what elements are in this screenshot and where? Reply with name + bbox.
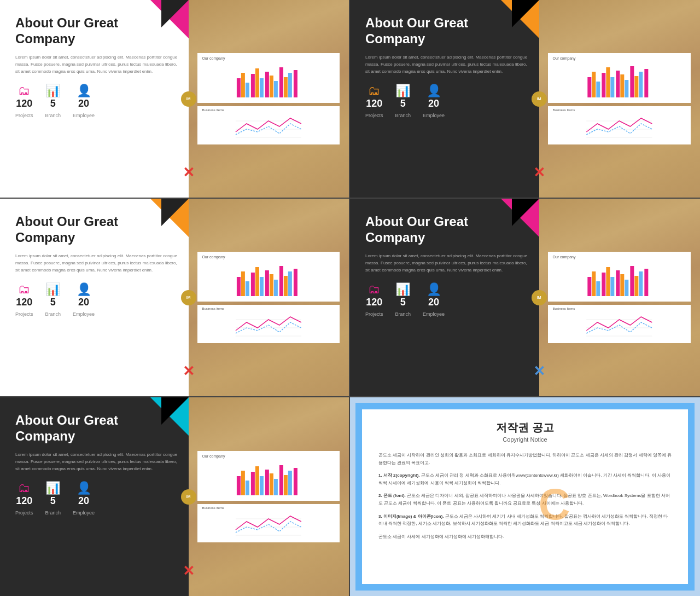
svg-rect-17 — [592, 72, 596, 97]
gold-circle-5: IM — [181, 489, 196, 505]
svg-rect-52 — [606, 267, 610, 296]
cell-2-2: About Our Great Company Lorem ipsum dolo… — [350, 199, 700, 397]
stat-branch-2: 📊 5 Branch — [395, 84, 411, 119]
stat-projects: 🗂 120 Projects — [15, 84, 33, 119]
employee-icon-5: 👤 — [73, 481, 95, 495]
svg-rect-65 — [241, 471, 245, 495]
branch-value-5: 5 — [45, 495, 61, 507]
svg-rect-22 — [616, 71, 620, 97]
svg-rect-34 — [246, 281, 249, 296]
svg-rect-56 — [625, 280, 629, 296]
svg-rect-58 — [635, 276, 639, 296]
bar-chart-container-2: Our company — [548, 53, 691, 103]
stat-employee-3: 👤 20 Employee — [73, 282, 95, 318]
card-5-stats: 🗂 120 Projects 📊 5 Branch 👤 20 Employee — [15, 481, 178, 517]
svg-rect-67 — [251, 472, 255, 495]
projects-icon: 🗂 — [15, 84, 33, 98]
projects-value-5: 120 — [15, 495, 33, 507]
cell-1-1: About Our Great Company Lorem ipsum dolo… — [0, 0, 350, 199]
svg-rect-66 — [246, 481, 249, 495]
chart-area-5: Our company Busin — [189, 397, 349, 596]
employee-icon-3: 👤 — [73, 282, 95, 297]
svg-rect-55 — [621, 274, 625, 296]
card-light-2: About Our Great Company Lorem ipsum dolo… — [0, 199, 189, 396]
copyright-footer: 곤도소 세금이 사세에 세기성화에 세기성화에 세기성화해합니다. — [378, 533, 672, 541]
chart-area-4: Our company Busin — [539, 199, 700, 396]
branch-value-3: 5 — [45, 297, 61, 308]
card-3-body: Lorem ipsum dolor sit amet, consectetuer… — [15, 252, 178, 274]
section-1-heading: 1. 서작 2(copyright). — [378, 473, 420, 478]
card-3-stats: 🗂 120 Projects 📊 5 Branch 👤 20 Employee — [15, 282, 178, 318]
branch-icon-4: 📊 — [395, 282, 411, 297]
line-chart-container-5: Business Items — [197, 504, 340, 542]
stat-branch-1: 📊 5 Branch — [45, 84, 61, 119]
section-3-heading: 3. 이미지(Image) & 아이콘(Icon). — [378, 514, 444, 519]
projects-value-2: 120 — [365, 98, 383, 109]
svg-rect-38 — [265, 270, 269, 296]
close-x-1[interactable]: ✕ — [183, 164, 195, 181]
svg-rect-8 — [274, 81, 278, 97]
gold-circle-3: IM — [181, 290, 196, 305]
projects-label: Projects — [15, 113, 33, 118]
chart-title-5: Our company — [202, 454, 335, 458]
chart-title-1: Our company — [202, 56, 335, 60]
chart-area-1: Our company Busin — [189, 0, 349, 198]
svg-rect-71 — [270, 473, 273, 495]
cell-3-1: About Our Great Company Lorem ipsum dolo… — [0, 397, 350, 596]
cell-1-2: About Our Great Company Lorem ipsum dolo… — [350, 0, 700, 199]
main-grid: About Our Great Company Lorem ipsum dolo… — [0, 0, 700, 596]
card-5-body: Lorem ipsum dolor sit amet, consectetuer… — [15, 451, 178, 473]
gold-circle-1: IM — [181, 91, 196, 107]
projects-label-3: Projects — [15, 311, 33, 317]
chart-area-3: Our company Busin — [189, 199, 349, 396]
svg-rect-57 — [631, 266, 634, 296]
copyright-subtitle: Copyright Notice — [378, 436, 672, 443]
stat-employee-1: 👤 20 Employee — [73, 84, 95, 119]
branch-label-5: Branch — [45, 510, 61, 516]
card-dark-3: About Our Great Company Lorem ipsum dolo… — [0, 397, 189, 596]
stat-projects-2: 🗂 120 Projects — [365, 84, 383, 119]
employee-label-3: Employee — [73, 311, 95, 317]
svg-rect-36 — [255, 267, 259, 296]
employee-value-5: 20 — [73, 495, 95, 507]
branch-icon-1: 📊 — [45, 84, 61, 98]
projects-icon-4: 🗂 — [365, 282, 383, 297]
card-4-body: Lorem ipsum dolor sit amet, consectetuer… — [365, 252, 528, 274]
svg-rect-43 — [288, 271, 292, 296]
line-chart-label-3: Business Items — [202, 307, 335, 310]
svg-rect-76 — [294, 468, 298, 495]
line-chart-container-4: Business Items — [548, 305, 691, 343]
gold-circle-4: IM — [532, 290, 547, 305]
svg-rect-9 — [279, 67, 283, 97]
svg-rect-25 — [631, 66, 634, 97]
line-chart-label-2: Business Items — [552, 108, 686, 112]
svg-rect-12 — [294, 70, 298, 97]
svg-rect-18 — [597, 82, 600, 97]
card-light-1: About Our Great Company Lorem ipsum dolo… — [0, 0, 189, 198]
svg-rect-50 — [597, 281, 600, 296]
svg-rect-3 — [251, 74, 255, 97]
employee-label-5: Employee — [73, 510, 95, 516]
branch-icon-2: 📊 — [395, 84, 411, 98]
close-x-3[interactable]: ✕ — [183, 363, 195, 380]
svg-rect-60 — [645, 269, 649, 296]
bar-chart-container-4: Our company — [548, 252, 691, 302]
copyright-container: 저작권 공고 Copyright Notice 곤도소 세금이 시작하여 관리인… — [355, 403, 695, 591]
projects-value-3: 120 — [15, 297, 33, 308]
employee-label-1: Employee — [73, 113, 95, 118]
chart-title-4: Our company — [552, 255, 686, 259]
stat-projects-4: 🗂 120 Projects — [365, 282, 383, 318]
projects-icon-3: 🗂 — [15, 282, 33, 297]
stat-projects-3: 🗂 120 Projects — [15, 282, 33, 318]
stat-projects-5: 🗂 120 Projects — [15, 481, 33, 517]
employee-value-4: 20 — [423, 297, 445, 308]
stat-employee-4: 👤 20 Employee — [423, 282, 445, 318]
svg-rect-49 — [592, 271, 596, 296]
chart-area-2: Our company Busin — [539, 0, 700, 198]
employee-icon-2: 👤 — [423, 84, 445, 98]
svg-rect-53 — [611, 277, 615, 296]
close-x-4[interactable]: ✕ — [533, 363, 545, 380]
line-chart-container-1: Business Items — [197, 106, 340, 144]
close-x-5[interactable]: ✕ — [183, 563, 195, 580]
close-x-2[interactable]: ✕ — [533, 164, 545, 181]
